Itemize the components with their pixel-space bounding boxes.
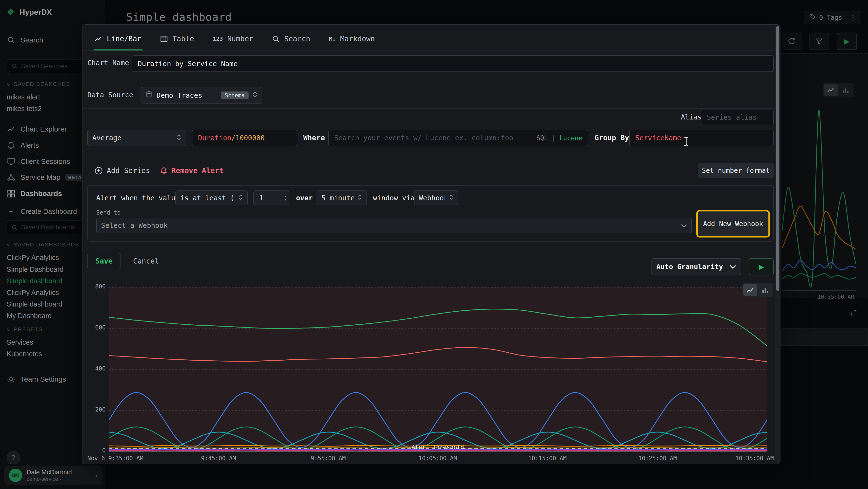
aggregation-select[interactable]: Average	[87, 130, 186, 146]
tab-label: Line/Bar	[107, 34, 142, 43]
tab-label: Table	[173, 34, 194, 43]
x-tick: 9:55:00 AM	[295, 455, 362, 462]
chart-type-toggle[interactable]	[742, 283, 773, 297]
remove-alert-label: Remove Alert	[172, 166, 223, 175]
aggregation-value: Average	[92, 134, 173, 142]
chart-name-input[interactable]	[132, 55, 774, 72]
y-tick: 600	[85, 324, 105, 331]
tab-divider	[83, 51, 780, 51]
chevron-updown-icon	[252, 90, 257, 100]
tab-label: Markdown	[340, 34, 375, 43]
chart-editor-modal: Line/Bar Table 123 Number Search M↓ Mark…	[82, 24, 780, 464]
line-chart-icon	[94, 35, 102, 43]
granularity-value: Auto Granularity	[656, 263, 726, 271]
comparator-value: is at least (≥)	[180, 194, 235, 202]
run-chart-button[interactable]: ▶	[749, 258, 774, 276]
lucene-toggle[interactable]: Lucene	[559, 134, 582, 142]
database-icon	[145, 91, 153, 100]
table-icon	[160, 35, 168, 43]
spinner-buttons[interactable]: ▴▾	[284, 195, 287, 201]
field-input[interactable]: Duration/1000000	[192, 130, 297, 146]
webhook-placeholder: Select a Webhook	[101, 221, 677, 230]
text-cursor-icon	[683, 136, 690, 149]
cancel-button[interactable]: Cancel	[127, 253, 165, 269]
chevron-updown-icon	[358, 194, 362, 202]
comparator-select[interactable]: is at least (≥)	[175, 191, 248, 205]
search-query-placeholder: Search your events w/ Lucene ex. column:…	[334, 134, 513, 142]
y-tick: 800	[85, 283, 105, 290]
plus-circle-icon	[94, 167, 103, 175]
window-value: 5 minute	[321, 194, 354, 202]
add-series-label: Add Series	[107, 166, 150, 175]
save-button[interactable]: Save	[87, 253, 121, 269]
alert-config-panel: Alert when the value is at least (≥) 1 ▴…	[87, 185, 774, 241]
divisor-token: /1000000	[231, 134, 265, 142]
threshold-value: 1	[259, 194, 264, 202]
x-tick: 10:15:00 AM	[514, 455, 581, 462]
scrollbar-thumb[interactable]	[776, 26, 779, 291]
x-tick: 9:45:00 AM	[185, 455, 252, 462]
tab-label: Search	[284, 34, 310, 43]
remove-alert-button[interactable]: Remove Alert	[160, 165, 223, 177]
group-by-value: ServiceName	[635, 134, 681, 142]
modal-scrollbar[interactable]	[775, 25, 780, 464]
tab-search[interactable]: Search	[271, 28, 311, 51]
sql-toggle[interactable]: SQL	[536, 134, 548, 142]
x-tick: Nov 6 9:35:00 AM	[87, 455, 181, 462]
via-label: window via	[373, 194, 415, 202]
duration-chart	[109, 287, 767, 452]
tab-table[interactable]: Table	[159, 28, 195, 51]
window-select[interactable]: 5 minute	[317, 191, 367, 205]
schema-badge: Schema	[221, 91, 249, 99]
chevron-updown-icon	[449, 194, 453, 202]
screen: Simple dashboard 0 Tags ⋮ ▶ 10:35:00 AM	[0, 0, 868, 489]
search-query-input[interactable]: Search your events w/ Lucene ex. column:…	[328, 130, 588, 146]
alert-prefix-label: Alert when the value	[96, 194, 179, 202]
chevron-updown-icon	[177, 133, 182, 143]
group-by-input[interactable]: ServiceName	[629, 130, 774, 146]
where-label: Where	[303, 134, 325, 142]
tab-label: Number	[227, 34, 253, 43]
webhook-select[interactable]: Select a Webhook	[96, 218, 692, 233]
add-new-webhook-button[interactable]: Add New Webhook	[696, 210, 770, 238]
y-tick: 200	[85, 406, 105, 413]
y-tick: 0	[85, 447, 105, 454]
granularity-select[interactable]: Auto Granularity	[651, 258, 741, 276]
x-tick: 10:05:00 AM	[405, 455, 471, 462]
x-tick: 10:25:00 AM	[624, 455, 691, 462]
channel-value: Webhook	[419, 194, 445, 202]
over-label: over	[296, 194, 313, 202]
channel-select[interactable]: Webhook	[414, 191, 458, 205]
bell-icon	[160, 167, 167, 174]
set-number-format-button[interactable]: Set number format	[698, 163, 774, 178]
chevron-down-icon	[681, 221, 687, 230]
group-by-label: Group By	[594, 134, 629, 142]
number-icon: 123	[213, 36, 223, 42]
tab-number[interactable]: 123 Number	[212, 28, 254, 51]
bar-chart-icon[interactable]	[758, 284, 772, 296]
data-source-select[interactable]: Demo Traces Schema	[141, 87, 262, 104]
alert-threshold-label: Alert Threshold	[394, 444, 482, 451]
query-language-toggle: SQL | Lucene	[536, 134, 583, 142]
alias-label: Alias	[681, 113, 702, 121]
send-to-label: Send to	[96, 209, 121, 216]
field-token: Duration	[198, 134, 231, 142]
tab-bar: Line/Bar Table 123 Number Search M↓ Mark…	[94, 28, 393, 51]
alias-input[interactable]	[701, 110, 774, 125]
search-icon	[272, 35, 280, 43]
tab-markdown[interactable]: M↓ Markdown	[328, 28, 376, 51]
chevron-down-icon	[730, 263, 736, 271]
tab-line-bar[interactable]: Line/Bar	[94, 28, 143, 51]
language-divider: |	[552, 134, 556, 142]
line-chart-icon[interactable]	[743, 284, 757, 296]
y-tick: 400	[85, 365, 105, 372]
markdown-icon: M↓	[329, 36, 336, 42]
threshold-input[interactable]: 1 ▴▾	[253, 191, 289, 205]
data-source-label: Data Source	[87, 91, 133, 99]
add-series-button[interactable]: Add Series	[94, 165, 150, 177]
data-source-value: Demo Traces	[156, 91, 217, 99]
x-tick: 10:35:00 AM	[707, 455, 774, 462]
spin-down-icon[interactable]: ▾	[284, 198, 287, 201]
section-divider	[83, 108, 780, 108]
chevron-updown-icon	[239, 194, 243, 202]
